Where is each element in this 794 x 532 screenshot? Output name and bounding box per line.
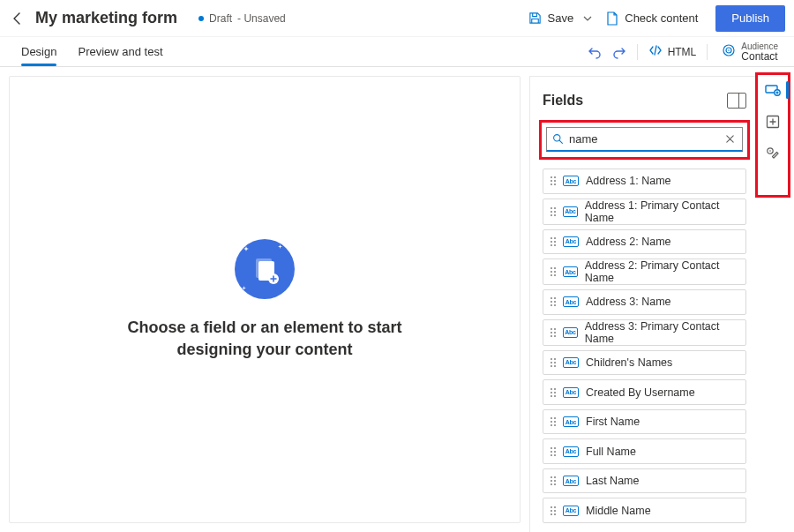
- tab-design[interactable]: Design: [21, 38, 56, 65]
- document-icon: [605, 11, 619, 26]
- field-item[interactable]: AbcAddress 2: Primary Contact Name: [543, 259, 746, 285]
- panel-title: Fields: [543, 93, 583, 109]
- save-dropdown[interactable]: [579, 4, 596, 33]
- rail-elements-button[interactable]: [759, 110, 787, 133]
- drag-handle-icon: [551, 176, 556, 185]
- field-search[interactable]: [546, 127, 743, 152]
- search-icon: [552, 133, 564, 145]
- field-label: Middle Name: [586, 505, 651, 517]
- field-label: Full Name: [586, 446, 636, 458]
- fields-list: AbcAddress 1: NameAbcAddress 1: Primary …: [543, 169, 746, 523]
- back-arrow-icon: [11, 11, 25, 26]
- field-type-badge: Abc: [563, 176, 579, 186]
- save-icon: [528, 11, 543, 26]
- field-item[interactable]: AbcAddress 3: Name: [543, 289, 746, 315]
- drag-handle-icon: [551, 506, 556, 515]
- toolbar-separator-2: [707, 44, 708, 60]
- field-type-badge: Abc: [563, 476, 579, 486]
- undo-icon: [588, 45, 602, 59]
- add-element-icon: [766, 115, 780, 129]
- clear-search-button[interactable]: [723, 132, 737, 146]
- redo-button[interactable]: [607, 40, 632, 64]
- field-label: First Name: [586, 416, 640, 428]
- fields-icon: [765, 83, 781, 97]
- field-type-badge: Abc: [563, 266, 578, 277]
- panel-layout-toggle[interactable]: [727, 93, 746, 109]
- field-type-badge: Abc: [563, 416, 579, 427]
- publish-button[interactable]: Publish: [715, 5, 785, 32]
- audience-label: Audience: [741, 42, 778, 51]
- drag-handle-icon: [551, 417, 556, 426]
- html-label: HTML: [668, 46, 697, 58]
- drag-handle-icon: [551, 207, 556, 216]
- back-button[interactable]: [7, 8, 28, 29]
- canvas-wrapper: Choose a field or an element to start de…: [0, 67, 529, 532]
- empty-state-text: Choose a field or an element to start de…: [127, 317, 401, 360]
- field-item[interactable]: AbcAddress 2: Name: [543, 229, 746, 255]
- audience-value: Contact: [741, 51, 778, 62]
- toolbar-separator: [637, 44, 638, 60]
- field-item[interactable]: AbcFull Name: [543, 438, 746, 464]
- field-label: Address 3: Name: [586, 296, 671, 308]
- field-label: Children's Names: [586, 356, 672, 369]
- field-label: Last Name: [586, 475, 639, 487]
- html-button[interactable]: HTML: [643, 43, 702, 60]
- field-type-badge: Abc: [563, 327, 578, 338]
- drag-handle-icon: [551, 297, 556, 306]
- rail-edit-button[interactable]: [759, 142, 787, 165]
- status-suffix: - Unsaved: [237, 12, 286, 25]
- code-icon: [648, 43, 663, 60]
- audience-selector[interactable]: Audience Contact: [718, 42, 782, 62]
- tab-toolbar: Design Preview and test HTML Audience Co…: [0, 37, 794, 67]
- field-type-badge: Abc: [563, 357, 579, 368]
- side-rail: [758, 79, 788, 165]
- header-bar: My marketing form Draft - Unsaved Save C…: [0, 0, 794, 37]
- field-item[interactable]: AbcFirst Name: [543, 409, 746, 435]
- field-item[interactable]: AbcMiddle Name: [543, 498, 746, 523]
- drag-handle-icon: [551, 447, 556, 456]
- pen-settings-icon: [766, 146, 780, 161]
- field-type-badge: Abc: [563, 236, 579, 247]
- undo-button[interactable]: [582, 40, 607, 64]
- search-input[interactable]: [569, 132, 717, 146]
- status-chip: Draft - Unsaved: [198, 12, 286, 25]
- empty-state-icon: [235, 239, 295, 299]
- field-item[interactable]: AbcCreated By Username: [543, 379, 746, 405]
- rail-highlight-annotation: [755, 72, 790, 198]
- field-item[interactable]: AbcLast Name: [543, 468, 746, 494]
- page-title: My marketing form: [35, 9, 177, 27]
- field-label: Address 3: Primary Contact Name: [585, 320, 738, 345]
- fields-panel: Fields AbcAddress 1: NameAbcAddress 1: P…: [529, 76, 755, 532]
- field-type-badge: Abc: [563, 446, 579, 457]
- field-type-badge: Abc: [563, 387, 579, 398]
- field-label: Address 2: Primary Contact Name: [585, 259, 738, 284]
- field-item[interactable]: AbcAddress 3: Primary Contact Name: [543, 319, 746, 346]
- field-item[interactable]: AbcAddress 1: Name: [543, 169, 746, 194]
- design-canvas[interactable]: Choose a field or an element to start de…: [9, 76, 521, 523]
- status-dot-icon: [198, 16, 204, 21]
- field-type-badge: Abc: [563, 296, 579, 307]
- field-label: Address 1: Primary Contact Name: [585, 199, 738, 224]
- check-content-button[interactable]: Check content: [596, 4, 707, 33]
- save-button[interactable]: Save: [520, 4, 583, 33]
- check-content-label: Check content: [625, 11, 698, 25]
- drag-handle-icon: [551, 358, 556, 367]
- field-type-badge: Abc: [563, 506, 579, 516]
- close-icon: [725, 134, 735, 144]
- drag-handle-icon: [551, 388, 556, 397]
- status-label: Draft: [209, 12, 232, 25]
- body-area: Choose a field or an element to start de…: [0, 67, 794, 532]
- tab-preview[interactable]: Preview and test: [78, 38, 162, 65]
- svg-point-11: [769, 150, 771, 152]
- svg-point-2: [728, 49, 730, 51]
- field-item[interactable]: AbcChildren's Names: [543, 350, 746, 376]
- search-highlight-annotation: [539, 120, 750, 160]
- field-label: Address 1: Name: [586, 175, 671, 187]
- empty-state-line2: designing your content: [127, 339, 401, 360]
- rail-fields-button[interactable]: [759, 79, 787, 101]
- target-icon: [722, 43, 736, 61]
- field-label: Address 2: Name: [586, 236, 671, 248]
- save-label: Save: [548, 11, 574, 25]
- field-item[interactable]: AbcAddress 1: Primary Contact Name: [543, 199, 746, 225]
- field-type-badge: Abc: [563, 206, 578, 217]
